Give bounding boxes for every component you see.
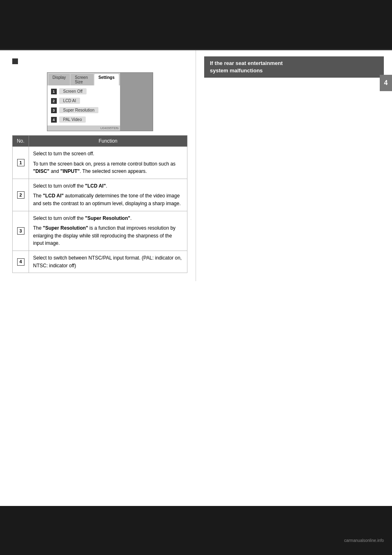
table-cell-func-2: Select to turn on/off the "LCD AI". The … xyxy=(29,179,187,211)
bottom-bar: carmanualsonline.info xyxy=(0,506,392,555)
num-box-4: 4 xyxy=(17,258,24,266)
menu-badge-3: 3 xyxy=(51,107,57,113)
screen-tab-settings[interactable]: Settings xyxy=(94,74,118,85)
num-box-3: 3 xyxy=(17,227,24,235)
menu-badge-4: 4 xyxy=(51,117,57,123)
table-cell-func-3: Select to turn on/off the "Super Resolut… xyxy=(29,211,187,251)
table-header-no: No. xyxy=(13,136,29,147)
menu-label-2: LCD AI xyxy=(59,98,80,104)
screen-tabs: Display Screen Size Settings xyxy=(47,73,120,85)
menu-label-4: PAL Video xyxy=(59,116,86,123)
num-box-2: 2 xyxy=(17,191,24,199)
table-cell-func-1: Select to turn the screen off. To turn t… xyxy=(29,147,187,179)
main-content: Display Screen Size Settings 1 Screen Of… xyxy=(0,50,392,281)
menu-label-3: Super Resolution xyxy=(59,107,99,113)
left-panel: Display Screen Size Settings 1 Screen Of… xyxy=(0,50,196,281)
table-cell-func-4: Select to switch between NTSC/PAL input … xyxy=(29,251,187,273)
screen-left: Display Screen Size Settings 1 Screen Of… xyxy=(47,73,120,131)
table-header-function: Function xyxy=(29,136,187,147)
page-container: Display Screen Size Settings 1 Screen Of… xyxy=(0,0,392,555)
right-panel: If the rear seat entertainmentsystem mal… xyxy=(196,50,392,281)
func-text-3-1: The "Super Resolution" is a function tha… xyxy=(33,224,183,247)
table-cell-num-4: 4 xyxy=(13,251,29,273)
func-text-2-1: The "LCD AI" automatically determines th… xyxy=(33,192,183,207)
table-cell-num-1: 1 xyxy=(13,147,29,179)
screen-menu-item-3: 3 Super Resolution xyxy=(49,105,119,115)
screen-tab-display[interactable]: Display xyxy=(49,74,70,85)
num-box-1: 1 xyxy=(17,159,24,166)
screen-menu: 1 Screen Off 2 LCD AI 3 Super Resolution xyxy=(47,85,120,125)
section-heading-text: If the rear seat entertainmentsystem mal… xyxy=(210,60,283,74)
top-bar xyxy=(0,0,392,49)
function-table: No. Function 1 Select to turn the screen… xyxy=(12,135,187,273)
screen-menu-item-1: 1 Screen Off xyxy=(49,87,119,96)
screen-right-gray xyxy=(120,73,153,131)
screen-menu-item-2: 2 LCD AI xyxy=(49,96,119,105)
watermark: carmanualsonline.info xyxy=(344,538,384,543)
bullet-square xyxy=(12,58,18,64)
func-text-1-1: To turn the screen back on, press a remo… xyxy=(33,160,183,175)
section-heading-box: If the rear seat entertainmentsystem mal… xyxy=(204,56,384,78)
table-row: 4 Select to switch between NTSC/PAL inpu… xyxy=(13,251,187,273)
section-bullet xyxy=(12,58,187,67)
screen-tab-screensize[interactable]: Screen Size xyxy=(71,74,94,85)
table-row: 1 Select to turn the screen off. To turn… xyxy=(13,147,187,179)
screen-image-id: U04095TEfb xyxy=(47,125,120,131)
func-text-4-0: Select to switch between NTSC/PAL input … xyxy=(33,254,183,269)
chapter-tab: 4 xyxy=(380,75,392,91)
func-text-2-0: Select to turn on/off the "LCD AI". xyxy=(33,182,183,190)
table-row: 2 Select to turn on/off the "LCD AI". Th… xyxy=(13,179,187,211)
table-cell-num-3: 3 xyxy=(13,211,29,251)
screen-menu-item-4: 4 PAL Video xyxy=(49,115,119,124)
menu-badge-1: 1 xyxy=(51,89,57,94)
screen-image-wrapper: Display Screen Size Settings 1 Screen Of… xyxy=(47,72,153,131)
menu-badge-2: 2 xyxy=(51,98,57,104)
menu-label-1: Screen Off xyxy=(59,88,87,94)
func-text-3-0: Select to turn on/off the "Super Resolut… xyxy=(33,215,183,222)
table-row: 3 Select to turn on/off the "Super Resol… xyxy=(13,211,187,251)
func-text-1-0: Select to turn the screen off. xyxy=(33,150,183,158)
table-cell-num-2: 2 xyxy=(13,179,29,211)
